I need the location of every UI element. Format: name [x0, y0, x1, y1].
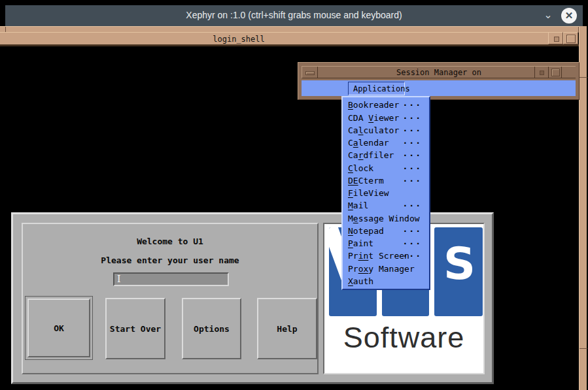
maximize-icon [566, 35, 576, 43]
mnemonic-underline: B [348, 100, 353, 110]
mnemonic-underline: l [358, 125, 364, 135]
logo-subtitle: Software [324, 321, 483, 355]
mnemonic-underline: F [348, 188, 353, 198]
menu-item-proxy-manager[interactable]: Proxy Manager [343, 263, 429, 275]
submenu-ellipsis: ... [403, 135, 422, 147]
menu-item-mail[interactable]: Mail... [343, 199, 429, 212]
mnemonic-underline: in [358, 251, 369, 261]
login-form-panel: Welcome to U1 Please enter your user nam… [22, 223, 319, 374]
submenu-ellipsis: ... [403, 160, 422, 172]
submenu-ellipsis: ... [403, 172, 422, 185]
mnemonic-underline: e [353, 214, 358, 223]
submenu-ellipsis: ... [403, 122, 422, 135]
mnemonic-underline: DE [348, 176, 358, 186]
desktop: Xephyr on :1.0 (ctrl+shift grabs mouse a… [0, 0, 588, 390]
username-prompt: Please enter your user name [23, 255, 317, 265]
mnemonic-underline: N [348, 226, 353, 236]
minimize-button[interactable] [548, 32, 563, 44]
minimize-icon [540, 71, 544, 75]
submenu-ellipsis: ... [403, 147, 422, 159]
menu-applications[interactable]: Applications [348, 82, 405, 95]
mnemonic-underline: C [348, 163, 353, 173]
menu-item-print-screen[interactable]: Print Screen... [343, 250, 429, 262]
session-manager-window: Session Manager on Applications [298, 62, 579, 100]
chevron-down-icon[interactable]: ⌄ [542, 9, 554, 21]
frame-segment-divider [579, 77, 587, 78]
session-manager-menubar: Applications [302, 80, 576, 96]
options-button[interactable]: Options [182, 298, 241, 359]
mnemonic-underline: V [368, 113, 373, 123]
minimize-icon [554, 37, 559, 42]
login-shell-frame-top[interactable] [0, 26, 587, 32]
start-over-button[interactable]: Start Over [105, 298, 165, 359]
login-shell-titlebar[interactable]: login_shell [0, 32, 548, 44]
mnemonic-underline: a [353, 138, 358, 148]
frame-segment-divider [579, 348, 587, 349]
frame-corner [561, 67, 576, 78]
logo-tile-s: S [434, 227, 483, 316]
help-button[interactable]: Help [257, 298, 317, 359]
welcome-text: Welcome to U1 [23, 236, 317, 246]
submenu-ellipsis: ... [403, 235, 422, 248]
minimize-button[interactable] [534, 67, 548, 78]
ok-button[interactable]: OK [27, 299, 90, 357]
menu-item-xauth[interactable]: Xauth [343, 275, 429, 287]
default-button-ring: OK [25, 296, 93, 360]
submenu-ellipsis: ... [403, 248, 422, 260]
close-icon[interactable]: ✕ [561, 8, 577, 24]
submenu-ellipsis: ... [403, 110, 422, 122]
mnemonic-underline: A [353, 84, 358, 93]
xephyr-titlebar: Xephyr on :1.0 (ctrl+shift grabs mouse a… [5, 5, 583, 26]
maximize-icon [551, 69, 560, 76]
login-shell-frame-right[interactable] [579, 26, 587, 390]
mnemonic-underline: ox [358, 264, 369, 274]
submenu-ellipsis: ... [403, 197, 422, 210]
submenu-ellipsis: ... [403, 223, 422, 235]
maximize-button[interactable] [563, 32, 578, 44]
mnemonic-underline: M [348, 201, 353, 210]
logo-letter-s: S [443, 242, 476, 286]
username-input[interactable]: I [113, 272, 229, 286]
submenu-ellipsis: ... [403, 97, 422, 109]
mnemonic-underline: r [358, 150, 364, 160]
login-shell-frame-shadow [0, 44, 579, 46]
xephyr-title: Xephyr on :1.0 (ctrl+shift grabs mouse a… [5, 10, 583, 20]
menu-item-decterm[interactable]: DECterm... [343, 174, 429, 187]
text-cursor: I [117, 274, 121, 284]
login-shell-title: login_shell [213, 35, 264, 44]
applications-menu: Bookreader...CDA Viewer...Calculator...C… [341, 96, 430, 290]
mnemonic-underline: X [348, 276, 353, 286]
mnemonic-underline: P [348, 238, 353, 248]
session-manager-titlebar[interactable]: Session Manager on [302, 66, 576, 78]
maximize-button[interactable] [548, 67, 562, 78]
